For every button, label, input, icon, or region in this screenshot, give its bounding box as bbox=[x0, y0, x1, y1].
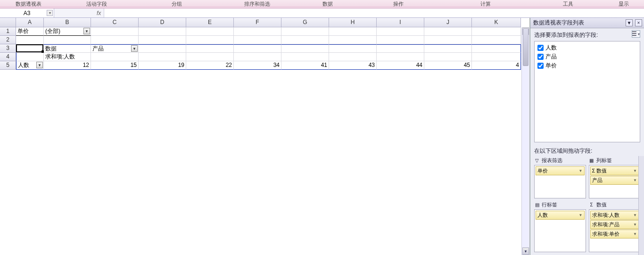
cell[interactable] bbox=[281, 44, 329, 53]
vertical-scrollbar[interactable]: ▲ ▼ bbox=[521, 27, 529, 255]
cell[interactable] bbox=[329, 27, 377, 36]
cell[interactable] bbox=[329, 44, 377, 53]
cell[interactable]: 单价 bbox=[16, 27, 44, 36]
chip-renshu[interactable]: 人数▼ bbox=[536, 211, 585, 220]
field-checkbox[interactable] bbox=[537, 54, 544, 60]
cell[interactable]: 4 bbox=[472, 61, 521, 70]
field-item-chanpin[interactable]: 产品 bbox=[537, 52, 638, 61]
cell[interactable] bbox=[44, 36, 91, 44]
chip-sum-danjia[interactable]: 求和项:单价▼ bbox=[590, 230, 639, 239]
cell[interactable] bbox=[329, 53, 377, 61]
cell[interactable] bbox=[234, 27, 281, 36]
chip-dropdown-icon[interactable]: ▼ bbox=[579, 213, 583, 217]
col-header-D[interactable]: D bbox=[139, 18, 186, 27]
cell[interactable] bbox=[16, 36, 44, 44]
cell[interactable] bbox=[16, 44, 44, 53]
chip-dropdown-icon[interactable]: ▼ bbox=[633, 213, 637, 217]
cell[interactable] bbox=[472, 36, 521, 44]
cell[interactable] bbox=[91, 36, 139, 44]
field-item-danjia[interactable]: 单价 bbox=[537, 61, 638, 70]
cell[interactable] bbox=[281, 53, 329, 61]
cell[interactable] bbox=[472, 44, 521, 53]
area-column-labels[interactable]: ▦列标签 Σ 数值▼ 产品▼ bbox=[589, 156, 641, 198]
cell[interactable] bbox=[139, 36, 186, 44]
col-header-H[interactable]: H bbox=[329, 18, 377, 27]
chip-dropdown-icon[interactable]: ▼ bbox=[579, 169, 583, 173]
filter-dropdown-icon[interactable]: ▼ bbox=[83, 28, 90, 34]
cell[interactable]: 产品▼ bbox=[91, 44, 139, 53]
field-checkbox[interactable] bbox=[537, 45, 544, 51]
pane-dropdown-icon[interactable]: ▼ bbox=[626, 19, 633, 26]
cell[interactable] bbox=[281, 36, 329, 44]
chip-dropdown-icon[interactable]: ▼ bbox=[633, 222, 637, 227]
row-header[interactable]: 2 bbox=[0, 36, 16, 44]
cell[interactable]: 45 bbox=[424, 61, 472, 70]
chip-dropdown-icon[interactable]: ▼ bbox=[633, 169, 637, 173]
col-header-J[interactable]: J bbox=[424, 18, 472, 27]
name-box[interactable]: A3 ▾ bbox=[0, 8, 54, 17]
chip-sum-renshu[interactable]: 求和项:人数▼ bbox=[590, 211, 639, 220]
name-box-dropdown-icon[interactable]: ▾ bbox=[47, 10, 53, 16]
cell[interactable]: 22 bbox=[186, 61, 234, 70]
filter-dropdown-icon[interactable]: ▼ bbox=[131, 45, 138, 52]
cell[interactable] bbox=[281, 27, 329, 36]
field-checkbox[interactable] bbox=[537, 63, 544, 69]
field-list[interactable]: 人数 产品 单价 bbox=[534, 41, 640, 142]
scroll-down-icon[interactable]: ▼ bbox=[522, 247, 529, 255]
cell[interactable] bbox=[424, 36, 472, 44]
cell[interactable]: (全部)▼ bbox=[44, 27, 91, 36]
field-list-options-icon[interactable]: ☰▼ bbox=[632, 30, 640, 38]
cell[interactable] bbox=[186, 36, 234, 44]
chip-dropdown-icon[interactable]: ▼ bbox=[633, 178, 637, 182]
cell[interactable] bbox=[377, 44, 424, 53]
cell[interactable] bbox=[234, 44, 281, 53]
cell[interactable]: 44 bbox=[377, 61, 424, 70]
cell[interactable] bbox=[234, 36, 281, 44]
row-header[interactable]: 3 bbox=[0, 44, 16, 53]
worksheet[interactable]: A B C D E F G H I J K 1单价(全部)▼23数据产品▼4求和… bbox=[0, 18, 530, 255]
col-header-A[interactable]: A bbox=[16, 18, 44, 27]
cell[interactable]: 15 bbox=[91, 61, 139, 70]
formula-input[interactable] bbox=[104, 8, 644, 17]
cell[interactable] bbox=[424, 44, 472, 53]
field-item-renshu[interactable]: 人数 bbox=[537, 43, 638, 52]
pane-scrollbar[interactable] bbox=[638, 156, 644, 255]
cell[interactable] bbox=[377, 36, 424, 44]
cell[interactable] bbox=[139, 27, 186, 36]
cell[interactable]: 人数▼ bbox=[16, 61, 44, 70]
col-header-E[interactable]: E bbox=[186, 18, 234, 27]
chip-dropdown-icon[interactable]: ▼ bbox=[633, 232, 637, 236]
scroll-thumb[interactable] bbox=[523, 28, 528, 66]
cell[interactable]: 43 bbox=[329, 61, 377, 70]
cell[interactable] bbox=[16, 53, 44, 61]
cell[interactable] bbox=[186, 27, 234, 36]
filter-dropdown-icon[interactable]: ▼ bbox=[36, 62, 43, 68]
area-row-labels[interactable]: ▤行标签 人数▼ bbox=[534, 200, 586, 252]
chip-sum-chanpin[interactable]: 求和项:产品▼ bbox=[590, 220, 639, 229]
row-header[interactable]: 4 bbox=[0, 53, 16, 61]
cell[interactable] bbox=[472, 53, 521, 61]
area-report-filter[interactable]: ▽报表筛选 单价▼ bbox=[534, 156, 586, 198]
chip-danjia[interactable]: 单价▼ bbox=[536, 166, 585, 175]
cell[interactable]: 12 bbox=[44, 61, 91, 70]
cell[interactable] bbox=[139, 53, 186, 61]
col-header-C[interactable]: C bbox=[91, 18, 139, 27]
cell[interactable] bbox=[234, 53, 281, 61]
col-header-G[interactable]: G bbox=[281, 18, 329, 27]
cell[interactable] bbox=[377, 27, 424, 36]
row-header[interactable]: 1 bbox=[0, 27, 16, 36]
col-header-F[interactable]: F bbox=[234, 18, 281, 27]
cell[interactable]: 19 bbox=[139, 61, 186, 70]
row-header[interactable]: 5 bbox=[0, 61, 16, 70]
cell[interactable] bbox=[424, 53, 472, 61]
cell[interactable] bbox=[186, 53, 234, 61]
fx-label[interactable]: fx bbox=[94, 10, 104, 16]
cell[interactable] bbox=[91, 53, 139, 61]
cell[interactable] bbox=[91, 27, 139, 36]
col-header-I[interactable]: I bbox=[377, 18, 424, 27]
cell[interactable] bbox=[424, 27, 472, 36]
cell[interactable] bbox=[139, 44, 186, 53]
area-values[interactable]: Σ数值 求和项:人数▼ 求和项:产品▼ 求和项:单价▼ bbox=[589, 200, 641, 252]
chip-chanpin[interactable]: 产品▼ bbox=[590, 176, 639, 185]
cell[interactable]: 数据 bbox=[44, 44, 91, 53]
